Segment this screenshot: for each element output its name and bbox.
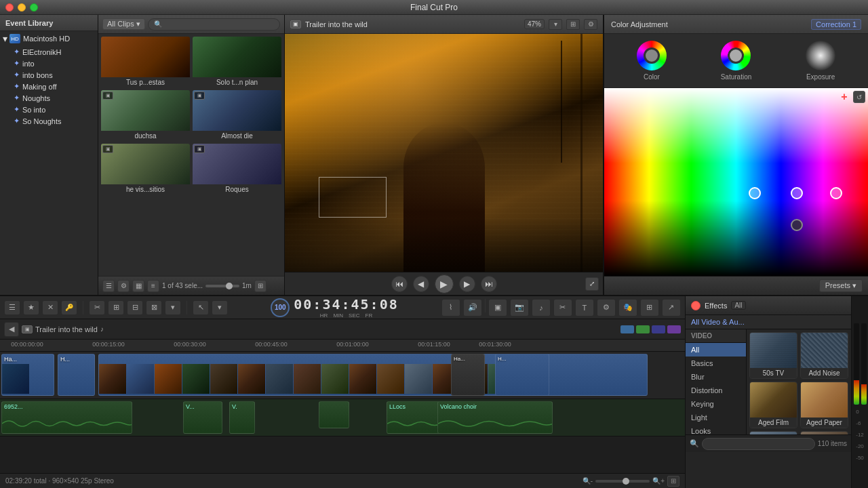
snap-button[interactable]: ⌇ <box>441 299 460 317</box>
audio-clip-v2[interactable]: V. <box>229 401 255 434</box>
close-button[interactable] <box>5 3 14 12</box>
play-button[interactable]: ▶ <box>435 274 454 293</box>
effects-cat-blur[interactable]: Blur <box>686 370 746 384</box>
timeline-clip-main[interactable] <box>98 354 648 396</box>
timeline-clip-small[interactable]: Ha... <box>451 354 485 396</box>
audio-clip-small[interactable] <box>319 401 349 428</box>
camera-btn[interactable]: 📷 <box>510 299 529 317</box>
sidebar-item-electronikh[interactable]: ✦ ElEctronikH <box>0 46 98 58</box>
audio-clip-v1[interactable]: V... <box>183 401 222 434</box>
effect-50stv[interactable]: 50s TV <box>749 332 797 379</box>
effects-cat-looks[interactable]: Looks <box>686 424 746 434</box>
effect-agedpaper[interactable]: Aged Paper <box>800 382 848 428</box>
effect-agedfilm[interactable]: Aged Film <box>749 382 797 428</box>
effects-all-button[interactable]: All <box>731 301 745 310</box>
sidebar-item-noughts[interactable]: ✦ Noughts <box>0 92 98 104</box>
timeline-favorites-btn[interactable]: ★ <box>23 300 39 315</box>
correction-label[interactable]: Correction 1 <box>811 19 861 30</box>
viewer-layout-btn[interactable]: ⊞ <box>566 19 580 30</box>
range-tool[interactable]: ⊠ <box>146 300 162 315</box>
color-node-shadows[interactable] <box>830 187 842 199</box>
timeline-clip-small2[interactable]: H... <box>495 354 549 396</box>
viewer-zoom-menu[interactable]: ▾ <box>549 19 562 30</box>
sidebar-item-so-into[interactable]: ✦ So into <box>0 104 98 115</box>
video-btn[interactable]: ▣ <box>488 299 507 317</box>
timeline-back-btn[interactable]: ◀ <box>4 322 19 337</box>
color-tool-exposure[interactable]: Exposure <box>806 41 835 81</box>
effects-cat-distortion[interactable]: Distortion <box>686 384 746 397</box>
audio-clip-volcano[interactable]: Volcano choir <box>437 401 553 434</box>
color-tool-color[interactable]: Color <box>637 41 667 81</box>
generator-btn[interactable]: ⚙ <box>597 299 616 317</box>
clip-item-solo[interactable]: Solo t...n plan <box>193 37 281 87</box>
color-tool-saturation[interactable]: Saturation <box>721 41 752 81</box>
music-btn[interactable]: ♪ <box>532 299 551 317</box>
sidebar-item-so-noughts[interactable]: ✦ So Noughts <box>0 115 98 127</box>
zoom-slider[interactable] <box>205 285 239 287</box>
effects-search-input[interactable] <box>702 438 815 450</box>
clip-zoom-fit[interactable]: ⊞ <box>254 280 267 292</box>
library-item-disk[interactable]: ▾ HD Macintosh HD <box>0 31 98 46</box>
effects-close-button[interactable] <box>691 301 701 310</box>
maximize-button[interactable] <box>30 3 38 12</box>
timeline-reject-btn[interactable]: ✕ <box>42 300 58 315</box>
clip-item-roques[interactable]: ▣ Roques <box>193 144 281 195</box>
skip-forward-button[interactable]: ⏭ <box>481 276 497 292</box>
timeline-keyword-btn[interactable]: 🔑 <box>61 300 77 315</box>
zoom-in-icon[interactable]: 🔍+ <box>652 477 665 485</box>
all-clips-sort-button[interactable]: All Clips ▾ <box>102 18 145 30</box>
color-node-midtones[interactable] <box>791 187 803 199</box>
effects-category-bar[interactable]: All Video & Au... <box>686 315 851 329</box>
timeline-clip[interactable]: H... <box>58 354 95 396</box>
color-canvas[interactable] <box>604 88 868 276</box>
clip-item-almost-die[interactable]: ▣ Almost die <box>193 90 281 141</box>
tool-menu[interactable]: ▾ <box>165 300 181 315</box>
color-node-master[interactable] <box>791 219 803 231</box>
minimize-button[interactable] <box>18 3 26 12</box>
clip-cut-btn[interactable]: ✂ <box>553 299 572 317</box>
clip-view-toggle[interactable]: ▦ <box>132 280 144 292</box>
zoom-out-icon[interactable]: 🔍- <box>583 477 593 485</box>
blade-tool[interactable]: ✂ <box>89 300 105 315</box>
effects-cat-basics[interactable]: Basics <box>686 357 746 370</box>
transform-btn[interactable]: ⊞ <box>640 299 659 317</box>
select-menu[interactable]: ▾ <box>212 300 228 315</box>
presets-button[interactable]: Presets ▾ <box>819 279 863 292</box>
timeline-clip[interactable]: Ha... <box>1 354 54 396</box>
sidebar-item-making-off[interactable]: ✦ Making off <box>0 81 98 92</box>
text-btn[interactable]: T <box>575 299 594 317</box>
share-btn[interactable]: ↗ <box>662 299 681 317</box>
sidebar-item-into-bons[interactable]: ✦ into bons <box>0 69 98 81</box>
viewer-selection-box[interactable] <box>319 177 387 218</box>
clip-settings-btn[interactable]: ⚙ <box>117 280 130 292</box>
fullscreen-button[interactable]: ⤢ <box>585 277 599 291</box>
trim-tool[interactable]: ⊟ <box>127 300 143 315</box>
step-back-button[interactable]: ◀ <box>413 276 429 292</box>
position-tool[interactable]: ⊞ <box>108 300 124 315</box>
clip-item-duchsa[interactable]: ▣ duchsa <box>101 90 190 141</box>
effects-cat-all[interactable]: All <box>686 343 746 357</box>
zoom-fit-btn[interactable]: ⊞ <box>667 476 679 487</box>
add-color-button[interactable]: + <box>838 91 850 103</box>
clip-item-he-vis[interactable]: ▣ he vis...sitios <box>101 144 190 195</box>
color-node-highlights[interactable] <box>749 187 761 199</box>
effects-cat-light[interactable]: Light <box>686 411 746 424</box>
step-forward-button[interactable]: ▶ <box>459 276 475 292</box>
viewer-zoom[interactable]: 47% <box>524 19 545 29</box>
skip-back-button[interactable]: ⏮ <box>391 276 408 292</box>
effect-more-2[interactable] <box>800 431 848 434</box>
clip-list-toggle[interactable]: ☰ <box>102 280 115 292</box>
effect-addnoise[interactable]: Add Noise <box>800 332 848 379</box>
select-tool[interactable]: ↖ <box>193 300 209 315</box>
effect-more-1[interactable] <box>749 431 797 434</box>
timeline-zoom-slider[interactable] <box>595 480 650 483</box>
reset-color-button[interactable]: ↺ <box>853 91 865 103</box>
viewer-settings-btn[interactable]: ⚙ <box>584 19 597 30</box>
sidebar-item-into[interactable]: ✦ into <box>0 58 98 69</box>
audio-clip-6952[interactable]: 6952... <box>1 401 132 434</box>
clip-item-tus-p[interactable]: Tus p...estas <box>101 37 190 87</box>
clip-search-input[interactable] <box>148 18 280 30</box>
clip-list-view[interactable]: ≡ <box>147 280 159 292</box>
theme-btn[interactable]: 🎭 <box>618 299 637 317</box>
audio-button[interactable]: 🔊 <box>463 299 482 317</box>
